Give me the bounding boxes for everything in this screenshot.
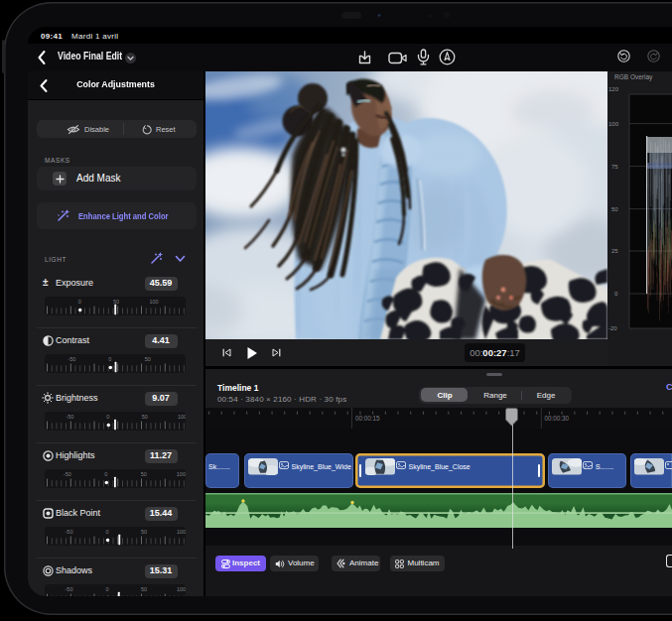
svg-text:RGB Overlay: RGB Overlay (614, 73, 653, 81)
svg-text:50: 50 (611, 206, 618, 212)
svg-text:75: 75 (611, 164, 618, 170)
svg-text:00:00:15: 00:00:15 (355, 415, 380, 422)
svg-text:120: 120 (608, 86, 619, 92)
svg-text:100: 100 (608, 121, 619, 127)
svg-text:-20: -20 (608, 325, 617, 331)
svg-text:00:00:30: 00:00:30 (545, 415, 570, 422)
svg-text:0: 0 (614, 291, 618, 297)
svg-text:25: 25 (611, 248, 618, 254)
